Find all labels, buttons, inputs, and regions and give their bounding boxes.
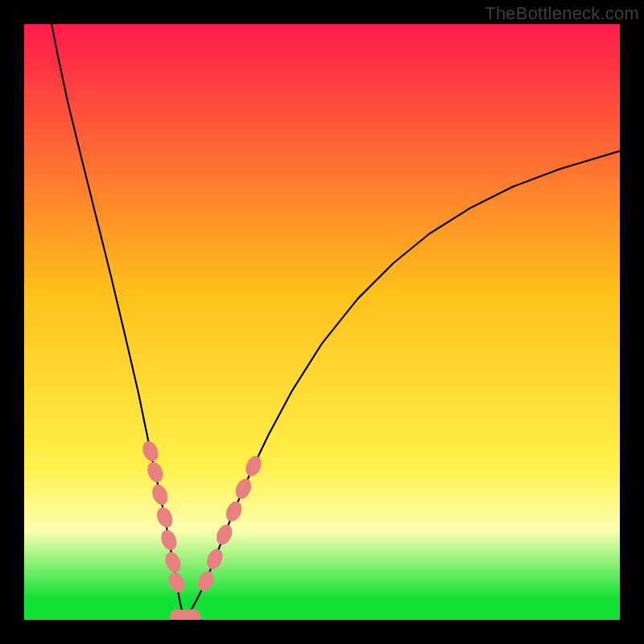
watermark-text: TheBottleneck.com: [485, 3, 639, 24]
bottleneck-chart-canvas: [24, 24, 620, 620]
